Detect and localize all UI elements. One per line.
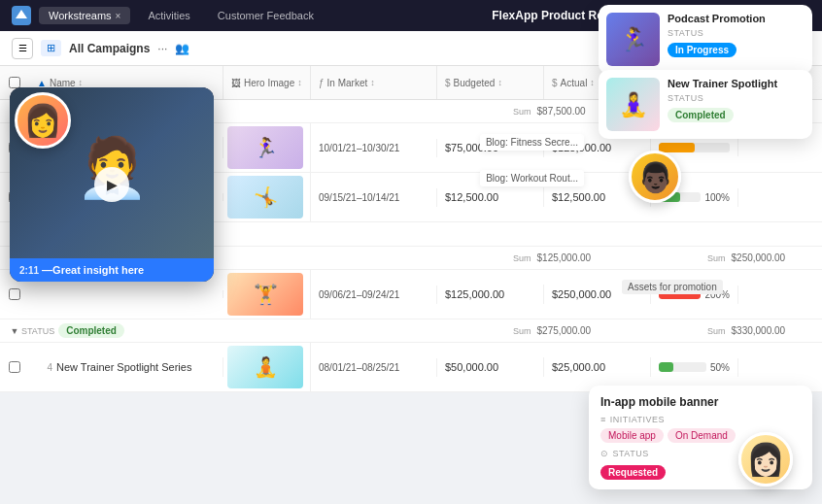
cell-hero: 🤸 (223, 173, 311, 221)
badge-inprogress: In Progress (668, 43, 736, 57)
pct-label: 50% (710, 362, 730, 373)
cell-hero: 🏃‍♀️ (223, 123, 311, 172)
tab-close-icon[interactable]: × (116, 11, 121, 21)
cell-name (29, 290, 223, 298)
row-checkbox[interactable] (0, 288, 29, 300)
hero-image: 🧘 (227, 346, 303, 388)
cell-market: 08/01/21–08/25/21 (311, 358, 437, 377)
spotlight-card-podcast: 🏃‍♀️ Podcast Promotion STATUS In Progres… (599, 5, 812, 74)
cell-vs: 50% (651, 358, 738, 377)
avatar-mid-right[interactable]: 👨🏿 (629, 151, 681, 203)
col-budgeted-sort: ↕ (497, 78, 502, 87)
row-select[interactable] (9, 361, 20, 373)
col-actual-sort: ↕ (590, 78, 595, 87)
blog-label-1: Blog: Fitness Secre... (480, 134, 584, 151)
play-button[interactable]: ▶ (94, 167, 129, 202)
cell-hero: 🧘 (223, 343, 311, 391)
cell-actual: $25,000.00 (544, 357, 651, 377)
more-button[interactable]: ··· (157, 42, 167, 55)
hero-image: 🤸 (227, 176, 303, 218)
spotlight-content-trainer: New Trainer Spotlight STATUS Completed (668, 78, 805, 122)
progress-bar-fill (659, 362, 673, 372)
col-hero-icon: 🖼 (231, 78, 241, 88)
cell-market: 09/15/21–10/14/21 (311, 188, 437, 207)
add-people-button[interactable]: 👥 (175, 42, 189, 55)
spotlight-thumb-trainer: 🧘‍♀️ (606, 78, 660, 131)
col-actual-formula: $ (552, 78, 558, 88)
avatar-bot-right[interactable]: 👩🏻 (738, 432, 793, 487)
spotlight-status-label-podcast: STATUS (668, 28, 805, 38)
app-logo (12, 6, 31, 25)
cell-market: 10/01/21–10/30/21 (311, 139, 437, 157)
spotlight-card-trainer: 🧘‍♀️ New Trainer Spotlight STATUS Comple… (599, 70, 812, 139)
sidebar-icon: ☰ (18, 43, 27, 53)
status-group-completed-2: ▼ STATUS Completed Sum $275,000.00 Sum $… (0, 319, 822, 343)
status-icon: ⊙ (600, 449, 609, 458)
inapp-title: In-app mobile banner (600, 395, 801, 409)
spotlight-title-podcast: Podcast Promotion (668, 13, 805, 24)
col-hero-sort: ↕ (297, 78, 302, 87)
spotlight-content-podcast: Podcast Promotion STATUS In Progress (668, 13, 805, 57)
progress-bar-bg (659, 143, 730, 152)
col-market-formula: ƒ (319, 78, 325, 88)
inapp-initiatives-label: ≡ INITIATIVES (600, 415, 801, 424)
cell-name: 4 New Trainer Spotlight Series (29, 357, 223, 377)
col-header-market[interactable]: ƒ In Market ↕ (311, 66, 437, 99)
hero-image: 🏋️ (227, 273, 303, 316)
spotlight-status-label-trainer: STATUS (668, 93, 805, 103)
badge-requested: Requested (600, 465, 666, 480)
avatar-mid-right-emoji: 👨🏿 (637, 160, 673, 194)
row-number: 4 (37, 362, 56, 373)
video-caption-text: —Great insight here (42, 264, 144, 276)
workstreams-label: Workstreams (49, 10, 112, 21)
initiatives-icon: ≡ (600, 415, 606, 424)
campaigns-label: All Campaigns (69, 42, 150, 55)
initiative-on-demand: On Demand (668, 428, 736, 443)
spotlight-title-trainer: New Trainer Spotlight (668, 78, 805, 89)
view-icon[interactable]: ⊞ (41, 40, 61, 56)
blog-label-2: Blog: Workout Rout... (480, 170, 584, 186)
col-header-budgeted[interactable]: $ Budgeted ↕ (437, 66, 544, 99)
feedback-link[interactable]: Customer Feedback (208, 7, 324, 24)
workstreams-tab[interactable]: Workstreams × (39, 7, 130, 24)
assets-tag: Assets for promotion (622, 277, 723, 294)
progress-bar-fill (659, 143, 695, 152)
expand-completed-2[interactable]: ▼ (8, 324, 21, 338)
cell-budgeted: $12,500.00 (437, 187, 544, 207)
activities-link[interactable]: Activities (138, 7, 199, 24)
row-select[interactable] (9, 288, 20, 300)
row-checkbox[interactable] (0, 361, 29, 373)
hero-image: 🏃‍♀️ (227, 126, 303, 169)
initiative-mobile-app: Mobile app (600, 428, 664, 443)
col-market-sort: ↕ (370, 78, 375, 87)
cell-budgeted: $50,000.00 (437, 357, 544, 377)
svg-marker-0 (16, 10, 27, 18)
cell-market: 09/06/21–09/24/21 (311, 286, 437, 304)
pct-label: 100% (704, 192, 730, 203)
badge-completed-trainer: Completed (668, 108, 734, 122)
progress-bar-bg (659, 362, 706, 372)
video-caption: 2:11 —Great insight here (10, 258, 214, 282)
cell-budgeted: $125,000.00 (437, 285, 544, 304)
avatar-bot-right-emoji: 👩🏻 (746, 441, 785, 478)
cell-hero: 🏋️ (223, 270, 311, 319)
avatar-top-left[interactable]: 👩 (15, 92, 71, 149)
badge-completed-2: Completed (58, 323, 124, 338)
col-name-icon: ▲ (37, 78, 47, 88)
video-timer: 2:11 (19, 265, 39, 276)
col-header-hero[interactable]: 🖼 Hero Image ↕ (223, 66, 311, 99)
col-budgeted-formula: $ (445, 78, 451, 88)
spotlight-thumb-podcast: 🏃‍♀️ (606, 13, 660, 66)
col-name-sort: ↕ (79, 78, 84, 87)
sidebar-toggle[interactable]: ☰ (12, 38, 33, 59)
avatar-top-left-emoji: 👩 (23, 102, 62, 139)
